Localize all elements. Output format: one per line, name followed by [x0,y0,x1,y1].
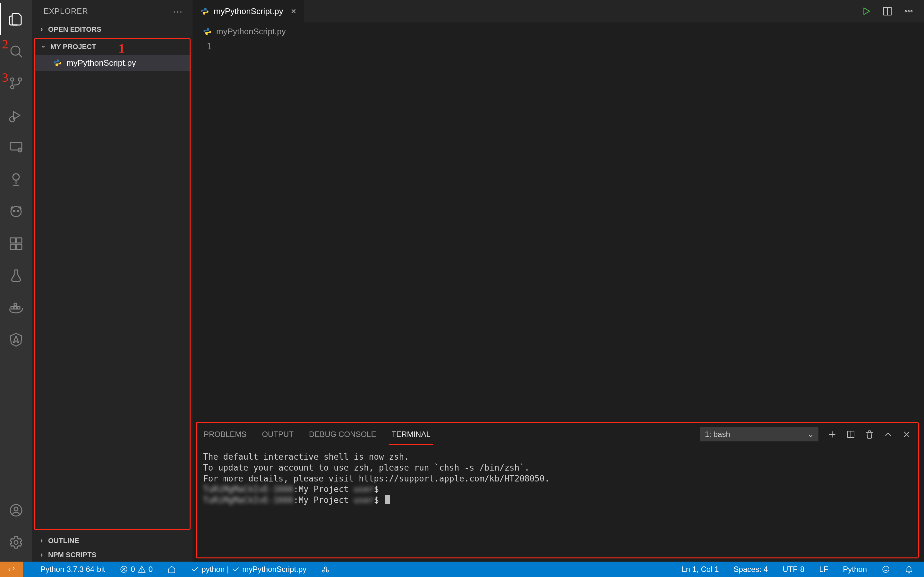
tab-mypythonscript[interactable]: myPythonScript.py × [192,0,304,23]
terminal-host-blur: TuRiMgMaCkIvE-1666 [203,495,294,505]
status-eol[interactable]: LF [816,565,831,574]
git-branch-icon [8,76,24,91]
close-panel-icon[interactable] [902,430,911,439]
status-home[interactable] [164,565,179,574]
npm-scripts-section[interactable]: › NPM SCRIPTS [32,548,192,562]
status-problems[interactable]: 0 0 [116,565,156,574]
debug-icon [8,108,24,123]
svg-point-30 [326,570,328,572]
status-notifications[interactable] [901,565,916,574]
activity-bot[interactable] [0,195,32,227]
outline-section[interactable]: › OUTLINE [32,533,192,548]
terminal-line: To update your account to use zsh, pleas… [203,463,529,472]
bell-icon [905,565,913,574]
close-icon[interactable]: × [288,6,296,16]
terminal-body[interactable]: The default interactive shell is now zsh… [197,446,918,558]
terminal-prompt-symbol: $ [374,495,384,505]
explorer-sidebar: EXPLORER ··· › OPEN EDITORS › MY PROJECT… [32,0,192,562]
chevron-up-icon[interactable] [883,430,893,439]
activity-bar: 2 3 [0,0,32,562]
panel-tabs: PROBLEMS OUTPUT DEBUG CONSOLE TERMINAL 1… [197,423,918,446]
activity-docker[interactable] [0,292,32,324]
activity-extensions[interactable] [0,227,32,259]
panel: PROBLEMS OUTPUT DEBUG CONSOLE TERMINAL 1… [197,423,918,558]
svg-rect-14 [17,244,22,250]
panel-tab-problems[interactable]: PROBLEMS [203,428,247,441]
live-share-icon [321,565,330,574]
panel-tab-terminal[interactable]: TERMINAL [391,428,431,441]
activity-explorer[interactable] [0,3,32,35]
status-ln-col[interactable]: Ln 1, Col 1 [678,565,722,574]
terminal-prompt-path: :My Project [294,495,354,505]
status-spaces[interactable]: Spaces: 4 [730,565,771,574]
status-live-share[interactable] [318,565,333,574]
code-editor[interactable]: 1 [192,40,924,422]
status-language-label: Python [843,565,867,574]
svg-point-29 [322,570,325,572]
chevron-right-icon: › [38,25,45,34]
more-icon[interactable] [903,5,914,17]
breadcrumb[interactable]: myPythonScript.py [192,23,924,40]
svg-point-7 [13,174,19,180]
svg-point-25 [911,11,912,12]
account-icon [8,503,24,518]
files-icon [8,11,24,27]
kill-terminal-icon[interactable] [865,430,874,439]
npm-scripts-label: NPM SCRIPTS [48,551,96,559]
svg-rect-11 [10,238,15,243]
warning-icon [137,565,146,574]
activity-account[interactable] [0,494,32,526]
status-spaces-label: Spaces: 4 [734,565,768,574]
activity-remote-explorer[interactable] [0,131,32,163]
terminal-line: The default interactive shell is now zsh… [203,452,409,462]
activity-settings[interactable] [0,526,32,558]
svg-point-10 [17,210,19,212]
terminal-prompt-path: :My Project [294,484,354,494]
activity-source-control[interactable] [0,67,32,99]
panel-tab-debug-console[interactable]: DEBUG CONSOLE [309,428,376,441]
code-content[interactable] [221,40,924,422]
terminal-selector[interactable]: 1: bash ⌄ [700,427,819,442]
run-icon[interactable] [861,5,872,17]
status-lint[interactable]: python | myPythonScript.py [187,565,310,574]
svg-rect-13 [10,244,15,250]
terminal-user-blur: user [354,495,374,505]
chevron-down-icon: › [39,43,47,51]
tabstrip: myPythonScript.py × [192,0,924,23]
svg-point-23 [905,11,906,12]
open-editors-label: OPEN EDITORS [48,25,102,34]
feedback-icon [882,565,890,574]
activity-angular[interactable] [0,324,32,356]
python-icon [53,58,62,67]
svg-point-9 [13,210,15,212]
activity-run-debug[interactable] [0,99,32,131]
explorer-more-icon[interactable]: ··· [173,6,183,17]
activity-search[interactable] [0,35,32,67]
split-editor-icon[interactable] [882,5,893,17]
status-feedback[interactable] [879,565,893,574]
svg-rect-5 [10,142,22,150]
bot-icon [8,204,24,219]
svg-point-21 [14,540,18,544]
python-icon [200,7,209,16]
panel-tab-output[interactable]: OUTPUT [261,428,294,441]
project-name: MY PROJECT [50,43,96,51]
check-icon [191,565,199,574]
tab-label: myPythonScript.py [214,6,283,16]
status-python[interactable]: Python 3.7.3 64-bit [37,565,108,574]
open-editors-section[interactable]: › OPEN EDITORS [32,23,192,37]
activity-flask[interactable] [0,259,32,292]
project-folder-header[interactable]: › MY PROJECT 1 [35,39,190,55]
terminal-line: For more details, please visit https://s… [203,474,549,484]
file-row[interactable]: myPythonScript.py [35,55,190,71]
editor-area: myPythonScript.py × myPythonScript.py [192,0,924,562]
activity-test[interactable] [0,163,32,195]
remote-icon [7,565,16,574]
status-encoding[interactable]: UTF-8 [779,565,808,574]
remote-indicator[interactable] [0,562,23,577]
split-terminal-icon[interactable] [846,430,856,439]
terminal-prompt-symbol: $ [374,484,384,494]
terminal-user-blur: user [354,484,374,494]
status-language[interactable]: Python [840,565,870,574]
new-terminal-icon[interactable] [827,430,837,439]
